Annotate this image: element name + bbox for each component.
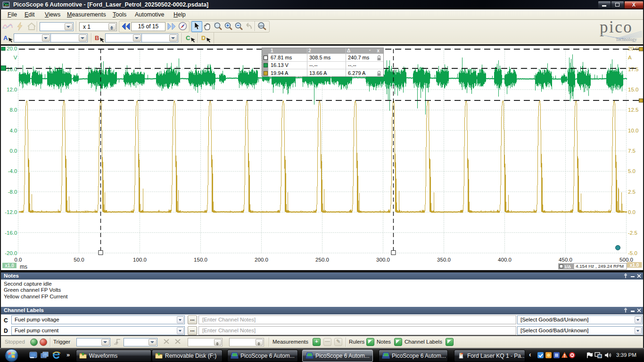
svg-text:0.0: 0.0 [628, 209, 636, 215]
svg-text:100.0: 100.0 [133, 257, 147, 263]
svg-text:A: A [628, 55, 632, 60]
svg-text:16.0: 16.0 [7, 66, 17, 72]
svg-text:500.0: 500.0 [619, 257, 633, 263]
svg-text:300.0: 300.0 [376, 257, 390, 263]
svg-text:350.0: 350.0 [437, 257, 451, 263]
svg-text:8.0: 8.0 [10, 107, 17, 113]
svg-text:12.0: 12.0 [7, 87, 17, 92]
svg-text:12.5: 12.5 [628, 107, 638, 113]
svg-text:-12.0: -12.0 [5, 209, 17, 215]
svg-text:2.5: 2.5 [628, 189, 636, 195]
svg-text:4.0: 4.0 [10, 128, 17, 133]
svg-text:x1.0: x1.0 [630, 263, 639, 268]
svg-text:-8.0: -8.0 [8, 189, 17, 195]
svg-text:-2.5: -2.5 [628, 230, 637, 236]
svg-text:17.5: 17.5 [628, 66, 638, 72]
svg-text:0.0: 0.0 [15, 257, 22, 263]
svg-text:450.0: 450.0 [559, 257, 572, 263]
svg-text:x1.0: x1.0 [5, 263, 14, 268]
svg-text:4.154 Hz , 249.24 RPM: 4.154 Hz , 249.24 RPM [576, 263, 624, 269]
svg-text:-20.0: -20.0 [5, 250, 17, 256]
svg-text:ms: ms [20, 263, 27, 270]
svg-text:5.0: 5.0 [628, 168, 636, 174]
svg-text:10.0: 10.0 [628, 128, 638, 133]
svg-text:-5.0: -5.0 [628, 250, 637, 256]
svg-text:20.0: 20.0 [7, 46, 17, 51]
svg-text:-16.0: -16.0 [5, 230, 17, 236]
svg-text:100: 100 [259, 25, 264, 27]
svg-text:20.0: 20.0 [628, 46, 638, 51]
svg-text:200.0: 200.0 [255, 257, 268, 263]
svg-text:7.5: 7.5 [628, 148, 636, 154]
svg-text:15.0: 15.0 [628, 87, 638, 92]
svg-text:50.0: 50.0 [74, 257, 84, 263]
svg-text:400.0: 400.0 [498, 257, 512, 263]
svg-text:0.0: 0.0 [10, 148, 17, 154]
svg-text:150.0: 150.0 [194, 257, 207, 263]
svg-text:-4.0: -4.0 [8, 168, 17, 174]
svg-text:V: V [14, 55, 17, 60]
svg-text:250.0: 250.0 [315, 257, 329, 263]
svg-text:1/Δ: 1/Δ [564, 264, 571, 269]
